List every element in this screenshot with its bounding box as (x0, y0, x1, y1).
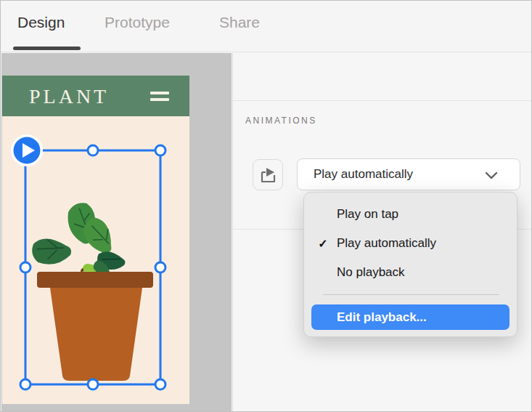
artboard-header-bar: PLANT (2, 76, 189, 116)
artboard-body (2, 116, 189, 404)
hamburger-menu-icon (150, 90, 169, 102)
artboard[interactable]: PLANT (2, 76, 189, 404)
active-tab-underline (13, 47, 81, 50)
checkmark-icon: ✓ (315, 237, 331, 251)
plant-pot (37, 272, 153, 381)
tab-design[interactable]: Design (17, 14, 65, 31)
artboard-title: PLANT (29, 85, 109, 108)
playback-select-value: Play automatically (314, 167, 413, 182)
app-window: Design Prototype Share PLANT (0, 0, 532, 412)
tab-prototype[interactable]: Prototype (105, 14, 170, 31)
play-preview-icon (258, 166, 277, 185)
plant-illustration[interactable] (2, 116, 189, 404)
menu-divider (323, 294, 499, 295)
design-canvas[interactable]: PLANT (1, 53, 232, 412)
menu-item-edit-playback[interactable]: Edit playback... (311, 304, 510, 330)
menu-item-play-on-tap[interactable]: Play on tap (304, 200, 517, 229)
menu-item-no-playback[interactable]: No playback (304, 258, 517, 287)
animations-section-title: ANIMATIONS (245, 116, 317, 126)
playback-select[interactable]: Play automatically (297, 158, 520, 190)
chevron-down-icon (485, 171, 498, 179)
menu-item-play-automatically[interactable]: ✓ Play automatically (304, 229, 517, 258)
playback-dropdown-menu: Play on tap ✓ Play automatically No play… (303, 192, 517, 337)
top-tab-bar: Design Prototype Share (1, 1, 531, 52)
panel-divider-top (233, 100, 532, 101)
play-preview-button[interactable] (253, 159, 283, 190)
tab-share[interactable]: Share (219, 14, 260, 31)
